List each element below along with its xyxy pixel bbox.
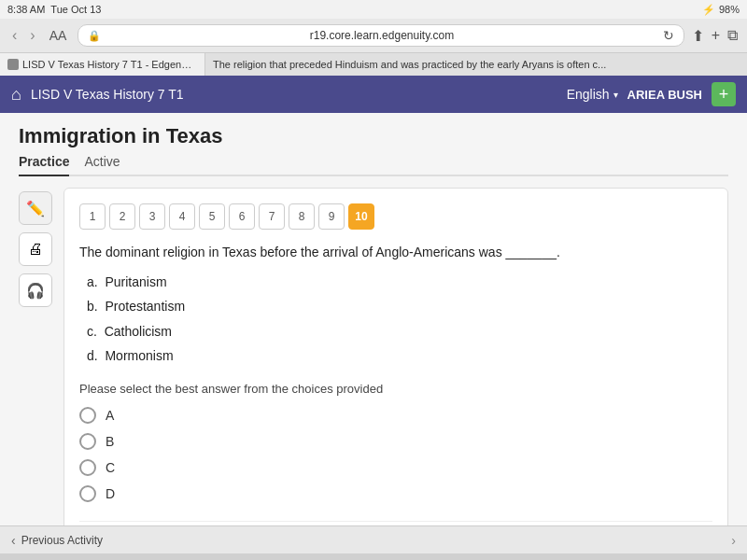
tab-bar: LISD V Texas History 7 T1 - Edgenuity.co…: [0, 53, 747, 76]
address-bar[interactable]: 🔒 r19.core.learn.edgenuity.com ↻: [78, 24, 684, 47]
previous-activity[interactable]: ‹ Previous Activity: [11, 533, 103, 548]
action-row: Mark this and return Save and Exit Next …: [79, 521, 712, 525]
tab-favicon-1: [7, 59, 19, 70]
status-bar: 8:38 AM Tue Oct 13 ⚡ 98%: [0, 0, 747, 19]
radio-d-circle: [79, 485, 96, 502]
radio-option-b[interactable]: B: [79, 433, 712, 450]
q-num-1[interactable]: 1: [79, 203, 106, 230]
pencil-tool[interactable]: ✏️: [19, 191, 52, 225]
audio-tool[interactable]: 🎧: [19, 273, 52, 307]
browser-chrome: ‹ › AA 🔒 r19.core.learn.edgenuity.com ↻ …: [0, 19, 747, 53]
lock-icon: 🔒: [88, 30, 101, 42]
tab-1-label: LISD V Texas History 7 T1 - Edgenuity.co…: [22, 59, 197, 70]
answer-option-a: a. Puritanism: [79, 272, 712, 292]
question-numbers: 1 2 3 4 5 6 7 8 9 10: [79, 203, 712, 230]
content-wrapper: ✏️ 🖨 🎧 1 2 3 4 5 6 7 8 9 10 The dominant…: [19, 188, 728, 525]
reload-button[interactable]: ↻: [663, 28, 674, 43]
reader-button[interactable]: AA: [46, 28, 71, 43]
back-button[interactable]: ‹: [9, 27, 20, 44]
address-text: r19.core.learn.edgenuity.com: [106, 29, 656, 42]
language-label: English: [567, 87, 610, 102]
q-num-3[interactable]: 3: [139, 203, 165, 230]
new-tab-button[interactable]: +: [712, 27, 720, 44]
battery-percent: 98%: [719, 4, 740, 15]
next-arrow-icon[interactable]: ›: [731, 533, 736, 548]
tab-2-label: The religion that preceded Hinduism and …: [213, 59, 606, 70]
battery: ⚡: [702, 4, 715, 16]
tab-practice[interactable]: Practice: [19, 154, 69, 176]
question-text: The dominant religion in Texas before th…: [79, 243, 712, 262]
browser-actions: ⬆ + ⧉: [692, 27, 738, 45]
q-num-4[interactable]: 4: [169, 203, 195, 230]
content-tabs: Practice Active: [19, 154, 728, 176]
q-num-10[interactable]: 10: [348, 203, 374, 230]
main-content: Immigration in Texas Practice Active ✏️ …: [0, 113, 747, 525]
radio-options: A B C D: [79, 407, 712, 502]
share-button[interactable]: ⬆: [692, 27, 704, 45]
radio-a-label: A: [106, 408, 114, 423]
bottom-bar: ‹ Previous Activity ›: [0, 525, 747, 553]
time: 8:38 AM: [7, 4, 45, 15]
app-title: LISD V Texas History 7 T1: [31, 87, 557, 102]
answer-option-b: b. Protestantism: [79, 296, 712, 316]
question-card: 1 2 3 4 5 6 7 8 9 10 The dominant religi…: [63, 188, 728, 525]
q-num-2[interactable]: 2: [109, 203, 135, 230]
prev-arrow-icon: ‹: [11, 533, 16, 548]
radio-c-circle: [79, 459, 96, 476]
language-selector[interactable]: English ▾: [567, 87, 618, 102]
page-title: Immigration in Texas: [19, 124, 728, 148]
chevron-down-icon: ▾: [613, 90, 618, 100]
radio-d-label: D: [106, 486, 115, 501]
radio-c-label: C: [106, 460, 115, 475]
home-button[interactable]: ⌂: [11, 85, 21, 105]
sidebar-tools: ✏️ 🖨 🎧: [19, 188, 52, 525]
tab-1[interactable]: LISD V Texas History 7 T1 - Edgenuity.co…: [0, 53, 205, 76]
radio-option-d[interactable]: D: [79, 485, 712, 502]
radio-b-label: B: [106, 434, 114, 449]
tab-2[interactable]: The religion that preceded Hinduism and …: [205, 53, 747, 76]
q-num-9[interactable]: 9: [318, 203, 345, 230]
radio-option-a[interactable]: A: [79, 407, 712, 424]
radio-b-circle: [79, 433, 96, 450]
q-num-7[interactable]: 7: [259, 203, 285, 230]
user-name: ARIEA BUSH: [627, 88, 702, 102]
date: Tue Oct 13: [50, 4, 101, 15]
q-num-5[interactable]: 5: [199, 203, 225, 230]
q-num-8[interactable]: 8: [289, 203, 315, 230]
app-nav: ⌂ LISD V Texas History 7 T1 English ▾ AR…: [0, 76, 747, 113]
print-tool[interactable]: 🖨: [19, 232, 52, 266]
forward-button[interactable]: ›: [27, 27, 37, 44]
add-button[interactable]: +: [712, 82, 736, 106]
radio-a-circle: [79, 407, 96, 424]
q-num-6[interactable]: 6: [229, 203, 255, 230]
instruction-text: Please select the best answer from the c…: [79, 382, 712, 396]
tabs-button[interactable]: ⧉: [727, 27, 738, 44]
radio-option-c[interactable]: C: [79, 459, 712, 476]
answer-option-d: d. Mormonism: [79, 345, 712, 366]
tab-active[interactable]: Active: [84, 154, 120, 175]
answer-option-c: c. Catholicism: [79, 321, 712, 342]
prev-activity-label: Previous Activity: [21, 534, 103, 547]
